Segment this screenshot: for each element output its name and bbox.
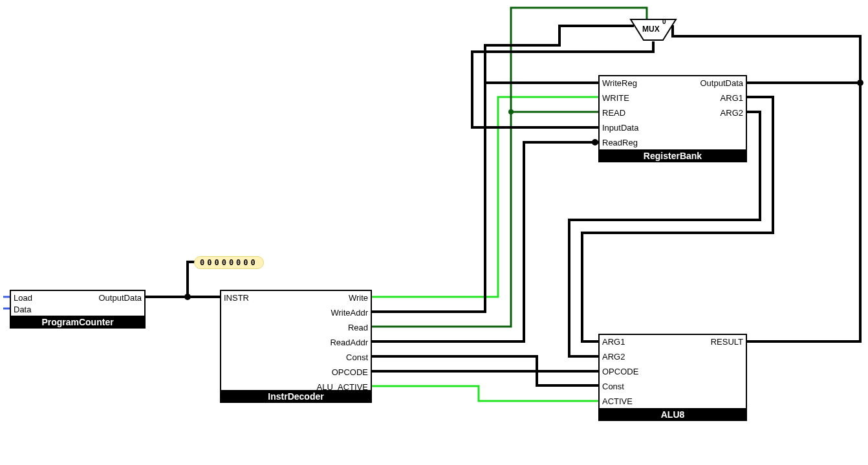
- mux-label: MUX: [642, 25, 660, 34]
- svg-point-4: [592, 139, 598, 146]
- port-rb-inputdata: InputData: [600, 124, 641, 133]
- block-instr-decoder[interactable]: INSTR Write WriteAddr Read ReadAddr Cons…: [220, 290, 372, 403]
- block-title-rb: RegisterBank: [598, 149, 747, 162]
- block-title-pc: ProgramCounter: [10, 316, 146, 329]
- block-alu8[interactable]: ARG1 ARG2 OPCODE Const ACTIVE RESULT ALU…: [598, 334, 747, 421]
- port-dec-read: Read: [345, 323, 371, 332]
- port-rb-write: WRITE: [600, 94, 632, 103]
- port-dec-const: Const: [343, 353, 371, 362]
- port-dec-opcode: OPCODE: [329, 368, 371, 377]
- port-rb-outputdata: OutputData: [698, 79, 746, 88]
- port-rb-arg1: ARG1: [718, 94, 746, 103]
- port-dec-readaddr: ReadAddr: [327, 338, 371, 347]
- block-title-alu: ALU8: [598, 408, 747, 421]
- port-pc-data: Data: [11, 305, 34, 314]
- port-rb-read: READ: [600, 109, 628, 118]
- block-program-counter[interactable]: Load Data OutputData ProgramCounter: [10, 290, 146, 329]
- port-dec-writeaddr: WriteAddr: [328, 308, 371, 318]
- port-rb-readreg: ReadReg: [600, 138, 640, 147]
- port-rb-arg2: ARG2: [718, 109, 746, 118]
- port-alu-const: Const: [600, 382, 627, 391]
- port-alu-result: RESULT: [708, 338, 746, 347]
- bit-probe-value: 00000000: [200, 258, 258, 267]
- port-alu-opcode: OPCODE: [600, 367, 641, 376]
- port-pc-load: Load: [11, 294, 35, 303]
- port-rb-writereg: WriteReg: [600, 79, 640, 88]
- port-alu-arg1: ARG1: [600, 338, 627, 347]
- port-dec-write: Write: [346, 294, 371, 303]
- svg-point-5: [857, 80, 863, 86]
- bit-probe: 00000000: [194, 256, 264, 269]
- port-pc-output: OutputData: [96, 294, 145, 303]
- port-dec-instr: INSTR: [221, 294, 252, 303]
- port-alu-active: ACTIVE: [600, 397, 635, 406]
- block-title-dec: InstrDecoder: [220, 390, 372, 403]
- mux-sel-label: 0: [662, 18, 666, 25]
- block-register-bank[interactable]: WriteReg WRITE READ InputData ReadReg Ou…: [598, 75, 747, 162]
- port-alu-arg2: ARG2: [600, 352, 627, 362]
